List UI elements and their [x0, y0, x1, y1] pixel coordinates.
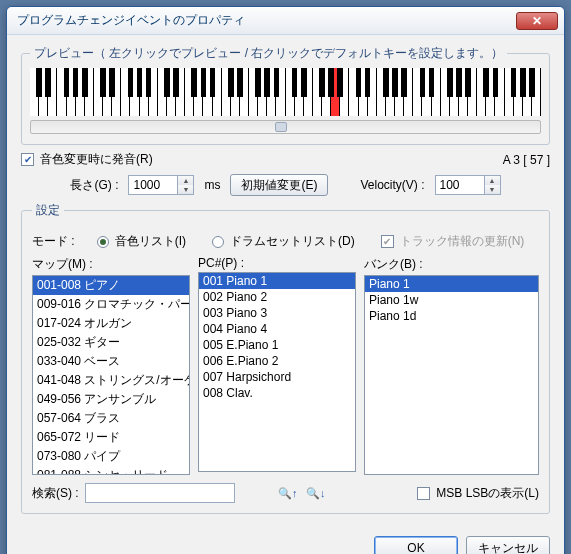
list-item[interactable]: 017-024 オルガン: [33, 314, 189, 333]
black-key[interactable]: [292, 68, 298, 97]
piano-keyboard[interactable]: [30, 68, 541, 116]
black-key[interactable]: [392, 68, 398, 97]
black-key[interactable]: [64, 68, 70, 97]
black-key[interactable]: [201, 68, 207, 97]
list-item[interactable]: 065-072 リード: [33, 428, 189, 447]
black-key[interactable]: [401, 68, 407, 97]
list-item[interactable]: 033-040 ベース: [33, 352, 189, 371]
bank-label: バンク(B) :: [364, 256, 539, 273]
close-button[interactable]: ✕: [516, 12, 558, 30]
pc-label: PC#(P) :: [198, 256, 356, 270]
black-key[interactable]: [45, 68, 51, 97]
black-key[interactable]: [511, 68, 517, 97]
list-item[interactable]: 057-064 ブラス: [33, 409, 189, 428]
black-key[interactable]: [356, 68, 362, 97]
search-input[interactable]: [85, 483, 235, 503]
list-item[interactable]: 006 E.Piano 2: [199, 353, 355, 369]
list-item[interactable]: 003 Piano 3: [199, 305, 355, 321]
list-item[interactable]: 025-032 ギター: [33, 333, 189, 352]
black-key[interactable]: [137, 68, 143, 97]
window-title: プログラムチェンジイベントのプロパティ: [13, 12, 516, 29]
list-item[interactable]: 041-048 ストリングス/オーケス: [33, 371, 189, 390]
black-key[interactable]: [365, 68, 371, 97]
black-key[interactable]: [383, 68, 389, 97]
velocity-spinner[interactable]: ▲▼: [484, 176, 500, 194]
msb-lsb-checkbox[interactable]: [417, 487, 430, 500]
sound-on-change-checkbox[interactable]: ✔: [21, 153, 34, 166]
black-key[interactable]: [520, 68, 526, 97]
black-key[interactable]: [465, 68, 471, 97]
mode-label: モード :: [32, 233, 75, 250]
black-key[interactable]: [100, 68, 106, 97]
settings-legend: 設定: [32, 202, 64, 219]
ok-button[interactable]: OK: [374, 536, 458, 554]
list-item[interactable]: 004 Piano 4: [199, 321, 355, 337]
black-key[interactable]: [274, 68, 280, 97]
settings-group: 設定 モード : 音色リスト(I) ドラムセットリスト(D) ✔ トラック情報の…: [21, 202, 550, 514]
black-key[interactable]: [191, 68, 197, 97]
list-item[interactable]: 049-056 アンサンブル: [33, 390, 189, 409]
black-key[interactable]: [429, 68, 435, 97]
black-key[interactable]: [420, 68, 426, 97]
list-item[interactable]: 081-088 シンセ・リード: [33, 466, 189, 475]
map-label: マップ(M) :: [32, 256, 190, 273]
black-key[interactable]: [483, 68, 489, 97]
length-input-group: ▲▼: [128, 175, 194, 195]
black-key[interactable]: [447, 68, 453, 97]
list-item[interactable]: 001 Piano 1: [199, 273, 355, 289]
black-key[interactable]: [128, 68, 134, 97]
black-key[interactable]: [164, 68, 170, 97]
black-key[interactable]: [210, 68, 216, 97]
black-key[interactable]: [493, 68, 499, 97]
black-key[interactable]: [36, 68, 42, 97]
list-item[interactable]: 007 Harpsichord: [199, 369, 355, 385]
black-key[interactable]: [82, 68, 88, 97]
black-key[interactable]: [301, 68, 307, 97]
list-item[interactable]: 008 Clav.: [199, 385, 355, 401]
search-label: 検索(S) :: [32, 485, 79, 502]
velocity-input-group: ▲▼: [435, 175, 501, 195]
length-spinner[interactable]: ▲▼: [177, 176, 193, 194]
bank-listbox[interactable]: Piano 1Piano 1wPiano 1d: [364, 275, 539, 475]
black-key[interactable]: [228, 68, 234, 97]
black-key[interactable]: [255, 68, 261, 97]
black-key[interactable]: [337, 68, 343, 97]
list-item[interactable]: Piano 1w: [365, 292, 538, 308]
search-prev-icon[interactable]: 🔍↑: [277, 483, 299, 503]
mode-tone-radio[interactable]: [97, 236, 109, 248]
length-input[interactable]: [129, 176, 177, 194]
black-key[interactable]: [264, 68, 270, 97]
velocity-input[interactable]: [436, 176, 484, 194]
list-item[interactable]: 073-080 パイプ: [33, 447, 189, 466]
black-key[interactable]: [73, 68, 79, 97]
black-key[interactable]: [529, 68, 535, 97]
black-key[interactable]: [319, 68, 325, 97]
list-item[interactable]: 001-008 ピアノ: [33, 276, 189, 295]
list-item[interactable]: Piano 1: [365, 276, 538, 292]
mode-drum-radio[interactable]: [212, 236, 224, 248]
list-item[interactable]: 009-016 クロマチック・パーカッシ: [33, 295, 189, 314]
mode-drum-label: ドラムセットリスト(D): [230, 233, 355, 250]
close-icon: ✕: [532, 14, 542, 28]
preview-legend: プレビュー（ 左クリックでプレビュー / 右クリックでデフォルトキーを設定します…: [30, 45, 507, 62]
velocity-label: Velocity(V) :: [360, 178, 424, 192]
black-key[interactable]: [173, 68, 179, 97]
black-key[interactable]: [146, 68, 152, 97]
map-listbox[interactable]: 001-008 ピアノ009-016 クロマチック・パーカッシ017-024 オ…: [32, 275, 190, 475]
list-item[interactable]: Piano 1d: [365, 308, 538, 324]
list-item[interactable]: 002 Piano 2: [199, 289, 355, 305]
list-item[interactable]: 005 E.Piano 1: [199, 337, 355, 353]
sound-on-change-label: 音色変更時に発音(R): [40, 151, 153, 168]
black-key[interactable]: [328, 68, 334, 97]
piano-scrollbar[interactable]: [30, 120, 541, 134]
search-next-icon[interactable]: 🔍↓: [305, 483, 327, 503]
pc-listbox[interactable]: 001 Piano 1002 Piano 2003 Piano 3004 Pia…: [198, 272, 356, 472]
scroll-thumb[interactable]: [275, 122, 287, 132]
msb-lsb-label: MSB LSBの表示(L): [436, 485, 539, 502]
default-change-button[interactable]: 初期値変更(E): [230, 174, 328, 196]
black-key[interactable]: [456, 68, 462, 97]
black-key[interactable]: [109, 68, 115, 97]
black-key[interactable]: [237, 68, 243, 97]
cancel-button[interactable]: キャンセル: [466, 536, 550, 554]
title-bar: プログラムチェンジイベントのプロパティ ✕: [7, 7, 564, 35]
